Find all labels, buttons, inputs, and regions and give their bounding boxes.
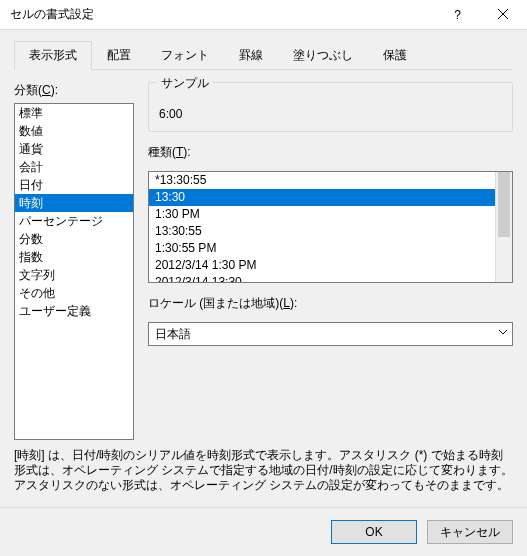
type-item[interactable]: 1:30:55 PM [149,240,512,257]
type-item[interactable]: 13:30 [149,189,512,206]
category-item[interactable]: 日付 [15,176,133,194]
category-listbox[interactable]: 標準数値通貨会計日付時刻パーセンテージ分数指数文字列その他ユーザー定義 [14,103,134,440]
category-item[interactable]: 数値 [15,122,133,140]
tab-2[interactable]: フォント [146,41,224,70]
category-item[interactable]: その他 [15,284,133,302]
type-label: 種類(T): [148,144,513,161]
scroll-thumb[interactable] [498,172,510,237]
category-item[interactable]: 時刻 [15,194,133,212]
category-item[interactable]: 標準 [15,104,133,122]
type-listbox[interactable]: *13:30:5513:301:30 PM13:30:551:30:55 PM2… [148,171,513,283]
category-item[interactable]: ユーザー定義 [15,302,133,320]
scrollbar[interactable] [495,172,512,282]
type-item[interactable]: 2012/3/14 13:30 [149,274,512,283]
type-item[interactable]: 13:30:55 [149,223,512,240]
tab-bar: 表示形式配置フォント罫線塗りつぶし保護 [14,40,513,70]
dialog-content: 表示形式配置フォント罫線塗りつぶし保護 分類(C): 標準数値通貨会計日付時刻パ… [0,30,527,507]
category-item[interactable]: 文字列 [15,266,133,284]
tab-3[interactable]: 罫線 [224,41,278,70]
tab-1[interactable]: 配置 [92,41,146,70]
locale-label: ロケール (国または地域)(L): [148,295,513,312]
sample-label: サンプル [157,75,213,92]
locale-select[interactable]: 日本語 [148,322,513,346]
category-item[interactable]: 通貨 [15,140,133,158]
help-button[interactable]: ? [435,1,480,29]
dialog-footer: OK キャンセル [0,507,527,556]
category-panel: 分類(C): 標準数値通貨会計日付時刻パーセンテージ分数指数文字列その他ユーザー… [14,82,134,440]
right-panel: サンプル 6:00 種類(T): *13:30:5513:301:30 PM13… [148,82,513,440]
titlebar: セルの書式設定 ? [0,0,527,30]
type-item[interactable]: 1:30 PM [149,206,512,223]
description-text: [時刻] は、日付/時刻のシリアル値を時刻形式で表示します。アスタリスク (*)… [14,448,513,493]
locale-value: 日本語 [155,326,191,343]
chevron-down-icon [498,327,508,339]
category-item[interactable]: 指数 [15,248,133,266]
close-icon [498,9,508,19]
sample-group: サンプル 6:00 [148,82,513,132]
category-item[interactable]: 分数 [15,230,133,248]
close-button[interactable] [480,1,525,29]
tab-0[interactable]: 表示形式 [14,41,92,70]
category-label: 分類(C): [14,82,134,99]
cancel-button[interactable]: キャンセル [427,520,513,544]
tab-4[interactable]: 塗りつぶし [278,41,368,70]
type-item[interactable]: 2012/3/14 1:30 PM [149,257,512,274]
category-item[interactable]: 会計 [15,158,133,176]
sample-value: 6:00 [159,107,502,121]
window-title: セルの書式設定 [10,6,435,23]
tab-5[interactable]: 保護 [368,41,422,70]
tab-body: 分類(C): 標準数値通貨会計日付時刻パーセンテージ分数指数文字列その他ユーザー… [14,70,513,440]
ok-button[interactable]: OK [331,520,417,544]
category-item[interactable]: パーセンテージ [15,212,133,230]
type-item[interactable]: *13:30:55 [149,172,512,189]
